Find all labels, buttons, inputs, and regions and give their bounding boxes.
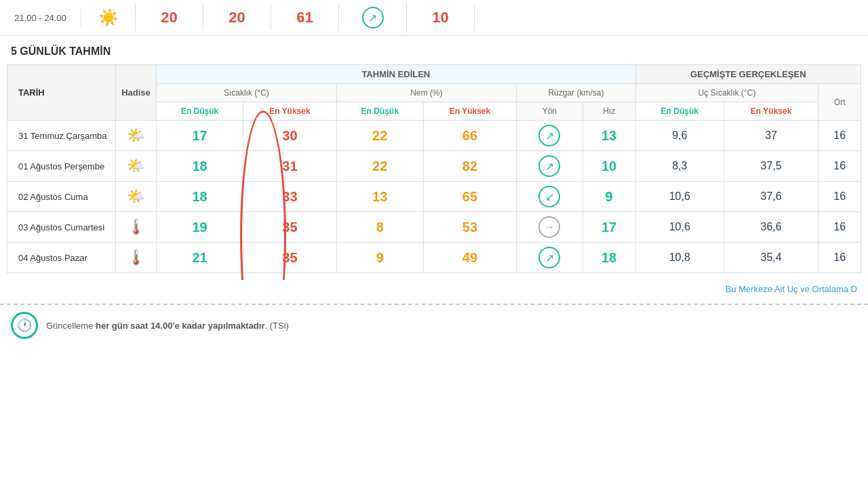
table-row-yon: → [517,212,583,243]
table-row-ort: 16 [818,151,861,182]
hiz-header: Hız [583,102,635,121]
footer-after: . (TSi) [264,321,288,331]
table-row-hadise: 🌤️ [116,182,157,212]
table-row-nem-en-dusuk: 22 [336,121,423,151]
table-row-uc-en-yuksek: 37 [724,121,818,151]
temp-high-val: 20 [203,5,271,30]
previous-time-row: 21.00 - 24.00 ☀️ 20 20 61 ↗ 10 [0,0,868,36]
table-row-tarih: 02 Ağustos Cuma [7,182,116,212]
forecast-table: TARİH Hadise TAHMİN EDİLEN GEÇMİŞTE GERÇ… [7,64,861,273]
table-row-uc-en-yuksek: 37,6 [724,182,818,212]
table-row-nem-en-dusuk: 22 [336,151,423,182]
footer-bold: her gün saat 14.00'e kadar yapılmaktadır [96,321,265,331]
table-row-tarih: 01 Ağustos Perşembe [7,151,116,182]
table-row-tarih: 03 Ağustos Cumartesi [7,212,116,243]
table-row-uc-en-dusuk: 10,6 [635,182,724,212]
wind-speed-val: 10 [407,5,475,30]
footer-before: Güncelleme [46,321,96,331]
table-row-uc-en-yuksek: 37,5 [724,151,818,182]
table-row-hadise: 🌤️ [116,121,157,151]
nem-header: Nem (%) [336,84,517,102]
table-row-en-yuksek: 30 [243,121,336,151]
wind-icon-cell: ↗ [339,3,407,33]
table-row-tarih: 31 Temmuz Çarşamba [7,121,116,151]
clock-icon: 🕐 [11,312,38,339]
wind-dir-icon: ↗ [362,7,384,28]
table-row-hiz: 18 [583,243,635,273]
nem-en-dusuk-header: En Düşük [336,102,423,121]
ort-header: Ort [818,84,861,121]
table-row-hiz: 10 [583,151,635,182]
footer-text: Güncelleme her gün saat 14.00'e kadar ya… [46,321,289,331]
weather-icon-cell: ☀️ [81,4,136,31]
table-row-en-yuksek: 35 [243,212,336,243]
table-row-nem-en-dusuk: 13 [336,182,423,212]
table-row-uc-en-dusuk: 9,6 [635,121,724,151]
table-row-ort: 16 [818,212,861,243]
time-label: 21.00 - 24.00 [0,9,81,27]
table-row-nem-en-yuksek: 65 [423,182,516,212]
table-row-nem-en-yuksek: 66 [423,121,516,151]
uc-en-yuksek-header: En Yüksek [724,102,818,121]
uc-ortalama-link[interactable]: Bu Merkeze Ait Uç ve Ortalama D [726,284,857,294]
temp-low-val: 20 [136,5,203,30]
table-row-uc-en-dusuk: 10,8 [635,243,724,273]
table-row-en-dusuk: 17 [157,121,243,151]
table-row-en-yuksek: 35 [243,243,336,273]
table-row-uc-en-dusuk: 8,3 [635,151,724,182]
forecast-table-wrapper: TARİH Hadise TAHMİN EDİLEN GEÇMİŞTE GERÇ… [0,64,868,280]
sun-icon: ☀️ [98,8,119,27]
gerceklesen-header: GEÇMİŞTE GERÇEKLEŞEN [635,65,861,84]
sicaklik-en-yuksek-header: En Yüksek [243,102,336,121]
table-row-uc-en-yuksek: 36,6 [724,212,818,243]
table-row-nem-en-yuksek: 53 [423,212,516,243]
table-row-hadise: 🌤️ [116,151,157,182]
table-row-en-yuksek: 33 [243,182,336,212]
table-row-hiz: 9 [583,182,635,212]
nem-en-yuksek-header: En Yüksek [423,102,516,121]
table-row-yon: ↙ [517,182,583,212]
table-row-nem-en-dusuk: 9 [336,243,423,273]
link-row[interactable]: Bu Merkeze Ait Uç ve Ortalama D [0,280,868,298]
table-row-hadise: 🌡️ [116,243,157,273]
table-row-ort: 16 [818,243,861,273]
table-row-nem-en-dusuk: 8 [336,212,423,243]
table-row-yon: ↗ [517,243,583,273]
table-row-ort: 16 [818,182,861,212]
table-row-yon: ↗ [517,151,583,182]
col-hadise-header: Hadise [116,65,157,121]
table-row-en-dusuk: 19 [157,212,243,243]
table-row-ort: 16 [818,121,861,151]
ruzgar-header: Rüzgar (km/sa) [517,84,636,102]
tahmin-header: TAHMİN EDİLEN [157,65,636,84]
table-row-nem-en-yuksek: 49 [423,243,516,273]
table-row-en-yuksek: 31 [243,151,336,182]
table-row-yon: ↗ [517,121,583,151]
nem-val: 61 [271,5,339,30]
section-title: 5 GÜNLÜK TAHMİN [0,36,868,64]
table-row-en-dusuk: 18 [157,151,243,182]
table-row-uc-en-yuksek: 35,4 [724,243,818,273]
uc-en-dusuk-header: En Düşük [635,102,724,121]
sicaklik-en-dusuk-header: En Düşük [157,102,243,121]
table-row-hadise: 🌡️ [116,212,157,243]
table-row-uc-en-dusuk: 10,6 [635,212,724,243]
uc-sicaklik-header: Uç Sıcaklık (°C) [635,84,818,102]
table-row-nem-en-yuksek: 82 [423,151,516,182]
sicaklik-header: Sıcaklık (°C) [157,84,337,102]
table-row-en-dusuk: 18 [157,182,243,212]
yon-header: Yön [517,102,583,121]
footer-bar: 🕐 Güncelleme her gün saat 14.00'e kadar … [0,304,868,346]
table-row-tarih: 04 Ağustos Pazar [7,243,116,273]
table-row-en-dusuk: 21 [157,243,243,273]
table-row-hiz: 13 [583,121,635,151]
table-row-hiz: 17 [583,212,635,243]
col-tarih-header: TARİH [7,65,116,121]
